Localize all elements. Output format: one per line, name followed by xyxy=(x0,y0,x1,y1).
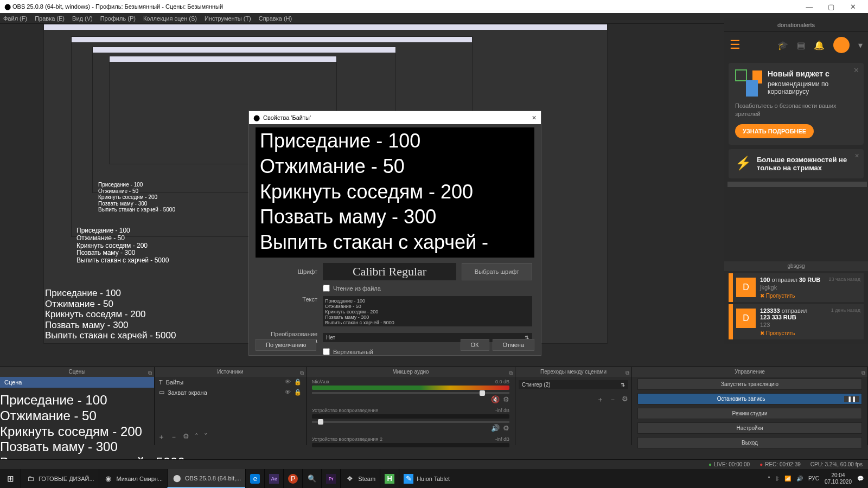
huion-icon: ✎ xyxy=(404,474,413,484)
tray-notifications-icon[interactable]: 💬 xyxy=(857,476,864,481)
chevron-down-icon[interactable]: ▾ xyxy=(858,40,863,50)
gear-icon[interactable]: ⚙ xyxy=(503,395,509,403)
popout-icon[interactable]: ⧉ xyxy=(509,368,513,378)
tray-language[interactable]: РУС xyxy=(808,476,819,481)
bolt-icon: ⚡ xyxy=(735,156,750,171)
dialog-text-preview: Приседание - 100 Отжимание - 50 Крикнуть… xyxy=(256,127,534,258)
popout-icon[interactable]: ⧉ xyxy=(626,368,629,378)
window-titlebar: ⬤ OBS 25.0.8 (64-bit, windows) - Профиль… xyxy=(0,0,868,13)
scrollbar-horizontal[interactable] xyxy=(727,182,867,187)
menu-edit[interactable]: Правка (E) xyxy=(35,15,65,22)
folder-icon: 🗀 xyxy=(25,474,35,484)
vertical-checkbox[interactable] xyxy=(323,348,330,355)
menu-help[interactable]: Справка (H) xyxy=(259,15,292,22)
graduation-icon[interactable]: 🎓 xyxy=(777,40,788,50)
popout-icon[interactable]: ⧉ xyxy=(148,368,152,378)
newspaper-icon[interactable]: ▤ xyxy=(797,40,805,50)
tray-clock[interactable]: 20:0407.10.2020 xyxy=(825,472,852,485)
ok-button[interactable]: ОК xyxy=(461,339,489,351)
tray-volume-icon[interactable]: 🔊 xyxy=(796,476,803,481)
lock-icon[interactable]: 🔒 xyxy=(294,389,302,396)
dialog-close-icon[interactable]: ✕ xyxy=(532,114,537,121)
menu-view[interactable]: Вид (V) xyxy=(72,15,93,22)
powerpoint-icon: P xyxy=(288,474,298,484)
start-streaming-button[interactable]: Запустить трансляцию xyxy=(637,378,862,390)
tray-wifi-icon[interactable]: 📶 xyxy=(784,476,791,481)
studio-mode-button[interactable]: Режим студии xyxy=(637,408,862,419)
taskbar-picpick[interactable]: 🔍 xyxy=(302,469,321,488)
source-item[interactable]: T Байты 👁🔒 xyxy=(155,377,306,387)
da-card2-title: Больше возможностей не только на стримах xyxy=(757,156,857,172)
taskbar-powerpoint[interactable]: P xyxy=(283,469,302,488)
move-down-button[interactable]: ˅ xyxy=(204,432,208,442)
donation-item[interactable]: D 123333 отправил 123 333 RUB 123 ✖ Проп… xyxy=(729,304,864,339)
da-card-title: Новый виджет с xyxy=(768,69,857,78)
transition-select[interactable]: Стингер (2)⇅ xyxy=(519,380,628,389)
settings-button[interactable]: Настройки xyxy=(637,422,862,434)
volume-slider[interactable] xyxy=(312,392,509,394)
popout-icon[interactable]: ⧉ xyxy=(861,368,865,378)
text-source-icon: T xyxy=(159,379,163,386)
taskbar-explorer[interactable]: 🗀ГОТОВЫЕ ДИЗАЙ... xyxy=(21,469,99,488)
taskbar-huion[interactable]: ✎Huion Tablet xyxy=(399,469,454,488)
volume-slider[interactable] xyxy=(312,421,509,423)
bell-icon[interactable]: 🔔 xyxy=(814,40,825,50)
taskbar-steam[interactable]: ❖Steam xyxy=(340,469,380,488)
speaker-icon[interactable]: 🔊 xyxy=(491,424,500,432)
maximize-button[interactable]: ▢ xyxy=(820,3,842,11)
steam-icon: ❖ xyxy=(345,474,355,484)
close-button[interactable]: ✕ xyxy=(842,3,864,11)
close-icon[interactable]: ✕ xyxy=(853,66,859,74)
popout-icon[interactable]: ⧉ xyxy=(300,368,304,378)
mixer-channel: Устройство воспроизведения-inf dB 🔊⚙ xyxy=(307,406,515,434)
minimize-button[interactable]: — xyxy=(799,3,820,11)
read-from-file-checkbox[interactable] xyxy=(323,285,330,292)
exit-button[interactable]: Выход xyxy=(637,437,862,448)
add-transition-button[interactable]: ＋ xyxy=(597,395,604,404)
menu-scene-collection[interactable]: Коллекция сцен (S) xyxy=(143,15,197,22)
pause-icon[interactable]: ❚❚ xyxy=(844,396,859,402)
skip-button[interactable]: ✖ Пропустить xyxy=(760,330,827,336)
tray-bluetooth-icon[interactable]: ᛒ xyxy=(776,476,779,481)
feed-header: gbsgsg xyxy=(724,261,868,271)
transition-settings-button[interactable]: ⚙ xyxy=(622,395,628,404)
stop-recording-button[interactable]: Остановить запись❚❚ xyxy=(637,393,862,404)
edge-icon: e xyxy=(250,474,260,484)
cancel-button[interactable]: Отмена xyxy=(493,339,534,351)
text-input[interactable]: Приседание - 100 Отжимание - 50 Крикнуть… xyxy=(323,296,532,326)
menu-tools[interactable]: Инструменты (T) xyxy=(205,15,251,22)
taskbar-edge[interactable]: e xyxy=(245,469,264,488)
taskbar-app[interactable]: H xyxy=(380,469,399,488)
taskbar-obs[interactable]: ⬤OBS 25.0.8 (64-bit,... xyxy=(167,469,245,488)
close-icon[interactable]: ✕ xyxy=(854,152,859,159)
choose-font-button[interactable]: Выбрать шрифт xyxy=(462,263,532,280)
da-card-desc: Позаботьтесь о безопасности ваших зрител… xyxy=(735,102,857,119)
dialog-titlebar[interactable]: ⬤ Свойства 'Байты' ✕ xyxy=(249,111,541,124)
remove-transition-button[interactable]: － xyxy=(609,395,616,404)
taskbar-aftereffects[interactable]: Ae xyxy=(264,469,283,488)
vertical-label: Вертикальный xyxy=(333,349,373,355)
menu-file[interactable]: Файл (F) xyxy=(3,15,27,22)
eye-icon[interactable]: 👁 xyxy=(285,389,291,396)
taskbar-chrome[interactable]: ◉Михаил Смирн... xyxy=(99,469,167,488)
move-up-button[interactable]: ˄ xyxy=(195,432,199,442)
start-button[interactable]: ⊞ xyxy=(0,474,21,484)
tray-chevron-icon[interactable]: ˄ xyxy=(768,476,770,481)
gear-icon[interactable]: ⚙ xyxy=(503,424,509,432)
app-icon: H xyxy=(385,474,394,484)
avatar[interactable] xyxy=(833,37,850,53)
hamburger-icon[interactable]: ☰ xyxy=(730,38,741,52)
text-label: Текст xyxy=(258,296,317,303)
skip-button[interactable]: ✖ Пропустить xyxy=(760,293,825,299)
taskbar-premiere[interactable]: Pr xyxy=(321,469,340,488)
picpick-icon: 🔍 xyxy=(307,474,317,484)
defaults-button[interactable]: По умолчанию xyxy=(256,339,316,351)
scene-item[interactable]: Сцена xyxy=(0,377,154,388)
donation-item[interactable]: D 100 отправил 30 RUB jkgkgk ✖ Пропустит… xyxy=(729,273,864,302)
eye-icon[interactable]: 👁 xyxy=(285,378,291,386)
learn-more-button[interactable]: УЗНАТЬ ПОДРОБНЕЕ xyxy=(735,124,814,138)
lock-icon[interactable]: 🔒 xyxy=(294,378,302,386)
mute-icon[interactable]: 🔇 xyxy=(491,395,500,403)
live-status: LIVE: 00:00:00 xyxy=(709,461,750,467)
menu-profile[interactable]: Профиль (P) xyxy=(100,15,136,22)
